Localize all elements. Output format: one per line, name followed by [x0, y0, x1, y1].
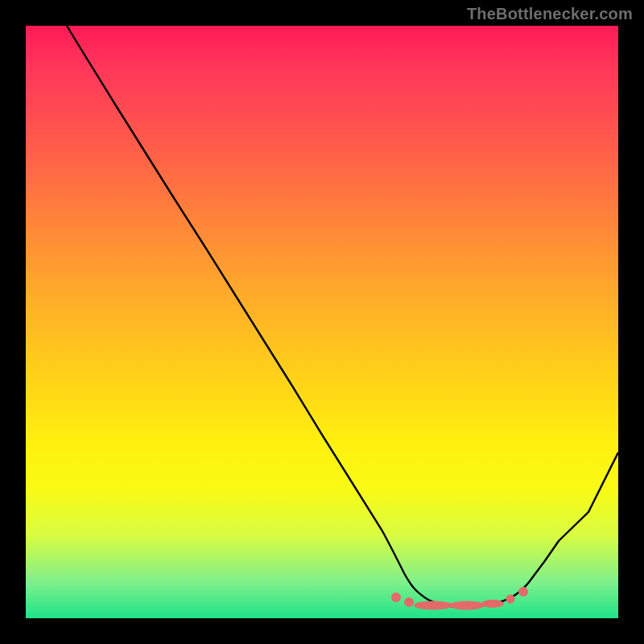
svg-point-4: [481, 600, 504, 608]
marker-cluster: [391, 587, 528, 610]
svg-point-1: [404, 597, 414, 607]
svg-point-2: [414, 601, 452, 610]
svg-point-6: [518, 587, 528, 597]
svg-point-5: [506, 595, 515, 604]
svg-point-3: [449, 601, 485, 610]
curve-layer: [26, 26, 618, 618]
watermark-text: TheBottlenecker.com: [467, 5, 633, 23]
chart-frame: TheBottlenecker.com: [0, 0, 644, 644]
plot-area: [26, 26, 618, 618]
bottleneck-curve: [67, 26, 618, 607]
svg-point-0: [391, 592, 401, 602]
